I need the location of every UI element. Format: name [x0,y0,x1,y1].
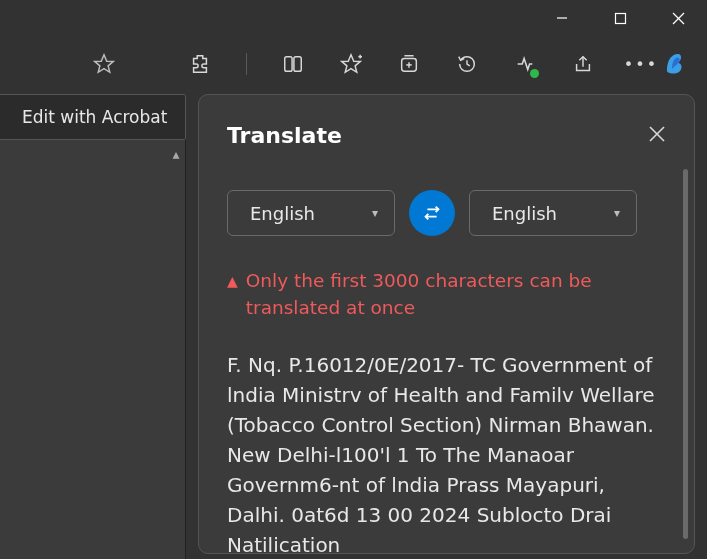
translate-panel-title: Translate [227,123,342,148]
translation-warning: ▲ Only the first 3000 characters can be … [199,236,694,322]
svg-rect-1 [615,13,625,23]
window-close-button[interactable] [649,0,707,36]
favorite-star-icon[interactable] [80,40,128,88]
collections-icon[interactable] [397,52,421,76]
performance-icon[interactable] [513,52,537,76]
warning-triangle-icon: ▲ [227,268,238,294]
target-language-dropdown[interactable]: English ▾ [469,190,637,236]
split-screen-icon[interactable] [281,52,305,76]
toolbar-separator [246,53,247,75]
warning-text: Only the first 3000 characters can be tr… [246,268,666,322]
extensions-icon[interactable] [188,52,212,76]
svg-rect-6 [294,57,301,72]
source-language-label: English [250,203,315,224]
svg-marker-7 [342,55,360,72]
target-language-label: English [492,203,557,224]
left-sidebar [0,94,186,559]
translate-panel: Translate English ▾ English ▾ ▲ Only the… [198,94,695,554]
language-row: English ▾ English ▾ [199,190,694,236]
more-icon[interactable]: ••• [629,52,653,76]
window-controls [533,0,707,36]
copilot-icon[interactable] [659,48,689,78]
maximize-button[interactable] [591,0,649,36]
toolbar-icons: ••• [188,52,653,76]
svg-rect-5 [285,57,292,72]
svg-marker-4 [95,55,113,72]
history-icon[interactable] [455,52,479,76]
translated-text: F. Nq. P.16012/0E/2017- TC Government of… [199,322,694,554]
browser-toolbar: ••• [0,40,707,88]
source-language-dropdown[interactable]: English ▾ [227,190,395,236]
scroll-up-arrow-icon[interactable]: ▴ [168,146,184,162]
edit-with-acrobat-button[interactable]: Edit with Acrobat [0,94,186,140]
close-icon[interactable] [648,125,666,147]
favorites-icon[interactable] [339,52,363,76]
share-icon[interactable] [571,52,595,76]
minimize-button[interactable] [533,0,591,36]
chevron-down-icon: ▾ [614,206,620,220]
swap-languages-button[interactable] [409,190,455,236]
chevron-down-icon: ▾ [372,206,378,220]
translate-panel-header: Translate [199,95,694,172]
